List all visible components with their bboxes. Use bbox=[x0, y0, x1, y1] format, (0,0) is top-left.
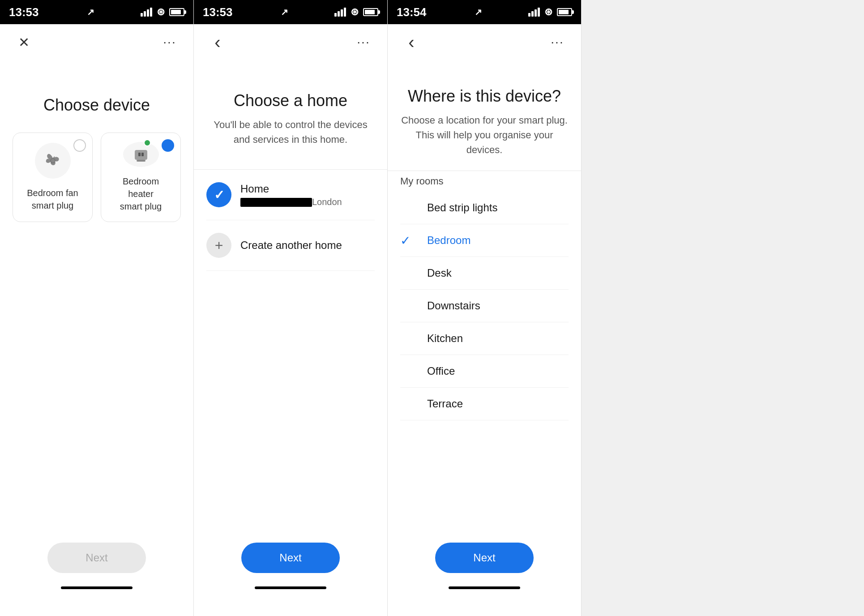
status-time-2: 13:53 bbox=[203, 5, 233, 19]
wifi-icon-2: ⊛ bbox=[351, 6, 359, 18]
rooms-section-label: My rooms bbox=[400, 175, 569, 187]
room-item-bedroom[interactable]: ✓ Bedroom bbox=[400, 224, 569, 257]
svg-point-1 bbox=[51, 159, 55, 163]
room-item-name-bedroom: Bedroom bbox=[400, 234, 470, 247]
home-item-address: London bbox=[240, 197, 342, 207]
device-icon-wrap-fan bbox=[35, 143, 71, 179]
room-item-office[interactable]: Office bbox=[400, 355, 569, 388]
next-button-3[interactable]: Next bbox=[435, 543, 534, 573]
room-item-bed-strip-lights[interactable]: Bed strip lights bbox=[400, 192, 569, 224]
fan-icon bbox=[42, 150, 64, 172]
battery-fill-1 bbox=[171, 10, 181, 14]
room-item-terrace[interactable]: Terrace bbox=[400, 388, 569, 420]
device-card-plug[interactable]: Bedroom heater smart plug bbox=[101, 133, 181, 222]
battery-icon-1 bbox=[169, 8, 184, 16]
close-icon: ✕ bbox=[18, 34, 30, 50]
home-item-name: Home bbox=[240, 183, 342, 195]
bottom-area-3: Next bbox=[388, 543, 581, 589]
nav-bar-3: ‹ ··· bbox=[388, 24, 581, 60]
spacer bbox=[582, 0, 864, 616]
back-button-3[interactable]: ‹ bbox=[400, 31, 423, 53]
home-item-home[interactable]: ✓ Home London bbox=[206, 170, 375, 220]
back-button-2[interactable]: ‹ bbox=[206, 31, 229, 53]
status-bar-3: 13:54 ↗ ⊛ bbox=[388, 0, 581, 24]
battery-icon-3 bbox=[557, 8, 572, 16]
screen-where-is-device: 13:54 ↗ ⊛ ‹ ··· Where is this device? Ch… bbox=[388, 0, 582, 616]
status-bar-right-3: ⊛ bbox=[528, 6, 572, 18]
status-bar-right-2: ⊛ bbox=[334, 6, 378, 18]
bar2c bbox=[531, 11, 534, 17]
device-card-fan[interactable]: Bedroom fan smart plug bbox=[13, 133, 93, 222]
content-1: Choose device Bedroom fan smart plug bbox=[0, 60, 193, 616]
bar4b bbox=[344, 8, 346, 17]
home-list: ✓ Home London + Create another home bbox=[206, 170, 375, 271]
bottom-area-1: Next bbox=[0, 543, 193, 589]
close-button[interactable]: ✕ bbox=[13, 31, 35, 53]
device-radio-plug bbox=[162, 139, 174, 152]
device-name-fan: Bedroom fan smart plug bbox=[27, 187, 78, 212]
room-item-name-desk: Desk bbox=[400, 267, 452, 279]
content-2: Choose a home You'll be able to control … bbox=[194, 60, 387, 616]
device-radio-fan bbox=[73, 139, 86, 152]
room-item-downstairs[interactable]: Downstairs bbox=[400, 290, 569, 322]
redacted-address bbox=[240, 198, 312, 207]
home-item-create[interactable]: + Create another home bbox=[206, 220, 375, 271]
green-dot-plug bbox=[144, 139, 151, 146]
back-icon-3: ‹ bbox=[408, 32, 414, 52]
back-icon-2: ‹ bbox=[214, 32, 220, 52]
next-button-1[interactable]: Next bbox=[47, 543, 146, 573]
bar3c bbox=[535, 9, 537, 17]
home-indicator-3 bbox=[449, 586, 520, 589]
svg-rect-2 bbox=[135, 150, 147, 160]
bar1c bbox=[528, 13, 530, 17]
location-arrow-3: ↗ bbox=[475, 7, 482, 17]
next-button-2[interactable]: Next bbox=[241, 543, 340, 573]
battery-fill-2 bbox=[365, 10, 375, 14]
plus-icon-create: + bbox=[215, 237, 223, 254]
room-check-bedroom: ✓ bbox=[400, 233, 411, 248]
svg-rect-4 bbox=[141, 153, 144, 156]
home-item-avatar-create: + bbox=[206, 233, 231, 258]
more-icon-2: ··· bbox=[357, 35, 370, 49]
status-time-3: 13:54 bbox=[397, 5, 427, 19]
room-list: Bed strip lights ✓ Bedroom Desk Downstai… bbox=[400, 192, 569, 420]
device-name-plug: Bedroom heater smart plug bbox=[110, 175, 171, 213]
bar3b bbox=[341, 9, 343, 17]
bar2 bbox=[144, 11, 146, 17]
more-button-1[interactable]: ··· bbox=[158, 31, 181, 53]
status-bar-2: 13:53 ↗ ⊛ bbox=[194, 0, 387, 24]
nav-bar-2: ‹ ··· bbox=[194, 24, 387, 60]
more-button-3[interactable]: ··· bbox=[546, 31, 569, 53]
status-bar-1: 13:53 ↗ ⊛ bbox=[0, 0, 193, 24]
bottom-area-2: Next bbox=[194, 543, 387, 589]
bar4c bbox=[538, 8, 540, 17]
more-icon-3: ··· bbox=[551, 35, 564, 49]
room-item-name-kitchen: Kitchen bbox=[400, 332, 463, 345]
home-indicator-2 bbox=[255, 586, 326, 589]
more-button-2[interactable]: ··· bbox=[352, 31, 375, 53]
bar4 bbox=[150, 8, 152, 17]
battery-icon-2 bbox=[363, 8, 378, 16]
bar2b bbox=[338, 11, 340, 17]
screen-choose-home: 13:53 ↗ ⊛ ‹ ··· Choose a home You'll be … bbox=[194, 0, 388, 616]
room-item-name-terrace: Terrace bbox=[400, 398, 463, 410]
wifi-icon-3: ⊛ bbox=[544, 6, 552, 18]
svg-rect-5 bbox=[137, 160, 145, 162]
home-item-info-create: Create another home bbox=[240, 239, 342, 252]
signal-bars-2 bbox=[334, 8, 346, 17]
divider-3 bbox=[388, 171, 581, 171]
home-item-avatar-home: ✓ bbox=[206, 182, 231, 207]
location-arrow-2: ↗ bbox=[281, 7, 288, 17]
room-item-kitchen[interactable]: Kitchen bbox=[400, 322, 569, 355]
bar1b bbox=[334, 13, 337, 17]
room-item-desk[interactable]: Desk bbox=[400, 257, 569, 290]
home-item-info-home: Home London bbox=[240, 183, 342, 207]
bar3 bbox=[147, 9, 149, 17]
page-subtitle-2: You'll be able to control the devices an… bbox=[206, 117, 375, 147]
room-item-name-bed-strip-lights: Bed strip lights bbox=[400, 201, 497, 214]
home-indicator-1 bbox=[61, 586, 133, 589]
signal-bars-3 bbox=[528, 8, 540, 17]
room-item-name-office: Office bbox=[400, 365, 455, 377]
screen-choose-device: 13:53 ↗ ⊛ ✕ ··· Choose device bbox=[0, 0, 194, 616]
device-grid: Bedroom fan smart plug Bedroo bbox=[13, 133, 181, 222]
